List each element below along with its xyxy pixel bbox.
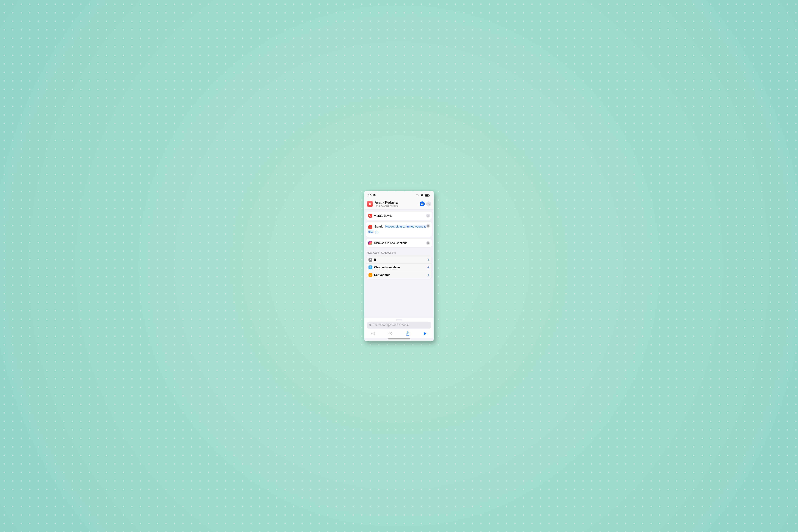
svg-point-9 bbox=[421, 203, 422, 203]
settings-button[interactable] bbox=[420, 202, 425, 206]
svg-point-11 bbox=[422, 204, 423, 204]
search-input[interactable] bbox=[373, 324, 429, 327]
add-suggestion-button[interactable]: + bbox=[427, 258, 430, 262]
undo-button[interactable] bbox=[369, 331, 377, 336]
suggestion-label: If bbox=[374, 258, 425, 261]
svg-rect-7 bbox=[429, 195, 430, 196]
shortcut-title: Avada Kedavra bbox=[375, 201, 418, 205]
status-time: 15:56 bbox=[368, 194, 376, 197]
shortcut-header: Avada Kedavra Hey Siri, Avada Kedavra bbox=[364, 200, 434, 209]
header-text: Avada Kedavra Hey Siri, Avada Kedavra bbox=[375, 201, 418, 207]
shortcut-app-icon bbox=[367, 201, 373, 207]
toolbar bbox=[364, 329, 434, 338]
undo-icon bbox=[371, 331, 375, 336]
close-icon bbox=[427, 242, 429, 244]
bottom-sheet[interactable] bbox=[364, 318, 434, 329]
svg-rect-14 bbox=[370, 215, 371, 216]
variable-icon: x bbox=[368, 273, 373, 277]
action-label: Dismiss Siri and Continue bbox=[374, 241, 407, 245]
svg-rect-4 bbox=[418, 194, 418, 196]
svg-point-23 bbox=[389, 332, 392, 335]
redo-icon bbox=[388, 331, 393, 336]
svg-rect-6 bbox=[425, 195, 428, 196]
wifi-icon bbox=[420, 194, 424, 197]
chevron-right-icon[interactable] bbox=[375, 231, 378, 234]
phone-frame: 15:56 Avada Kedavra Hey Siri, Avada Keda… bbox=[364, 191, 434, 341]
svg-point-22 bbox=[372, 332, 375, 335]
speaker-icon bbox=[368, 225, 372, 229]
svg-point-0 bbox=[416, 194, 417, 195]
svg-point-13 bbox=[421, 204, 422, 205]
add-suggestion-button[interactable]: + bbox=[427, 265, 430, 269]
add-suggestion-button[interactable]: + bbox=[427, 273, 430, 277]
action-speak[interactable]: Speak Noooo, please. I'm too young to di… bbox=[366, 222, 432, 237]
content-area[interactable]: Vibrate device Speak Noooo, please. I'm … bbox=[364, 209, 434, 318]
action-dismiss-siri[interactable]: Dismiss Siri and Continue bbox=[366, 239, 432, 247]
share-button[interactable] bbox=[404, 331, 411, 336]
close-icon bbox=[427, 215, 429, 216]
search-icon bbox=[369, 324, 372, 327]
svg-text:x: x bbox=[370, 274, 371, 276]
suggestion-label: Set Variable bbox=[374, 273, 425, 277]
suggestions-header: Next Action Suggestions bbox=[367, 251, 431, 254]
action-label: Speak bbox=[374, 225, 383, 228]
play-button[interactable] bbox=[421, 331, 429, 336]
suggestions-list: If + Choose from Menu + x Set Variable + bbox=[366, 256, 432, 279]
sheet-grabber[interactable] bbox=[396, 320, 402, 320]
remove-action-button[interactable] bbox=[426, 241, 430, 245]
status-bar: 15:56 bbox=[364, 191, 434, 200]
remove-action-button[interactable] bbox=[426, 214, 430, 217]
action-vibrate[interactable]: Vibrate device bbox=[366, 212, 432, 220]
suggestion-choose-menu[interactable]: Choose from Menu + bbox=[366, 264, 432, 271]
suggestion-set-variable[interactable]: x Set Variable + bbox=[366, 271, 432, 279]
action-label: Vibrate device bbox=[374, 214, 393, 217]
status-right bbox=[416, 194, 430, 197]
shortcut-subtitle: Hey Siri, Avada Kedavra bbox=[375, 205, 418, 207]
close-icon bbox=[428, 203, 430, 205]
svg-point-3 bbox=[417, 196, 418, 196]
signal-dots-icon bbox=[416, 194, 419, 196]
svg-point-2 bbox=[416, 196, 417, 196]
svg-line-21 bbox=[370, 326, 371, 326]
siri-icon bbox=[368, 241, 372, 245]
svg-point-1 bbox=[417, 194, 418, 195]
play-icon bbox=[423, 331, 427, 336]
suggestion-label: Choose from Menu bbox=[374, 266, 425, 269]
vibrate-icon bbox=[368, 214, 372, 217]
remove-action-button[interactable] bbox=[426, 224, 430, 228]
battery-icon bbox=[425, 194, 430, 197]
branch-icon bbox=[368, 258, 373, 262]
menu-icon bbox=[368, 265, 373, 269]
close-icon bbox=[427, 225, 429, 227]
search-field[interactable] bbox=[367, 322, 431, 329]
share-icon bbox=[406, 331, 410, 336]
redo-button[interactable] bbox=[387, 331, 394, 336]
home-indicator[interactable] bbox=[387, 339, 411, 339]
suggestion-if[interactable]: If + bbox=[366, 256, 432, 264]
sliders-icon bbox=[421, 203, 424, 205]
close-button[interactable] bbox=[426, 202, 431, 206]
